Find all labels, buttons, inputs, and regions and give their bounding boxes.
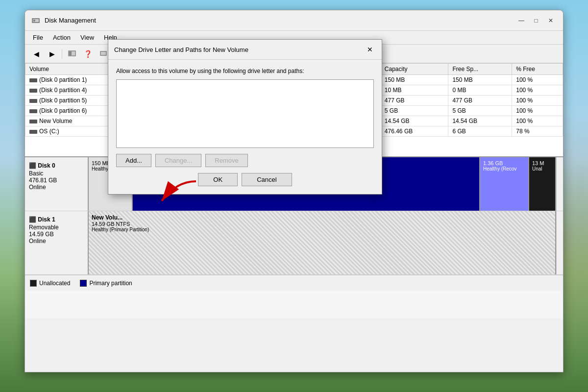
disk-icon-inline	[29, 130, 37, 134]
modal-body: Allow access to this volume by using the…	[108, 60, 382, 194]
svg-rect-2	[33, 20, 35, 22]
disk0-title: ⬛ Disk 0	[29, 162, 84, 169]
modal-ok-button[interactable]: OK	[198, 173, 238, 186]
disk0-unalloc-label: Unal	[532, 166, 552, 172]
modal-action-buttons: Add... Change... Remove	[116, 154, 374, 167]
toolbar-help[interactable]: ❓	[80, 47, 95, 61]
toolbar-disk-props[interactable]	[65, 47, 79, 61]
menu-view[interactable]: View	[76, 33, 98, 42]
col-freespace: Free Sp...	[448, 64, 512, 75]
modal-cancel-button[interactable]: Cancel	[242, 173, 292, 186]
table-cell-5: 10 MB	[380, 85, 448, 96]
title-bar: Disk Management — □ ✕	[25, 10, 563, 31]
legend-primary-label: Primary partition	[89, 280, 132, 287]
table-cell-6: 477 GB	[448, 96, 512, 106]
modal-description: Allow access to this volume by using the…	[116, 68, 374, 74]
disk1-newvol-label: New Volu...	[92, 214, 552, 221]
svg-rect-5	[69, 51, 72, 55]
table-cell-6: 5 GB	[448, 106, 512, 116]
col-capacity: Capacity	[380, 64, 448, 75]
table-cell-5: 5 GB	[380, 106, 448, 116]
toolbar-forward[interactable]: ▶	[45, 47, 59, 61]
minimize-button[interactable]: —	[515, 14, 528, 27]
table-cell-7: 100 %	[512, 75, 563, 85]
modal-confirm-buttons: OK Cancel	[116, 173, 374, 186]
close-button[interactable]: ✕	[544, 14, 557, 27]
disk0-unallocated[interactable]: 13 M Unal	[529, 157, 556, 211]
disk1-type: Removable	[29, 224, 84, 231]
menu-action[interactable]: Action	[49, 33, 74, 42]
disk0-size: 476.81 GB	[29, 177, 84, 184]
table-cell-5: 477 GB	[380, 96, 448, 106]
modal-drive-listbox[interactable]	[116, 79, 374, 148]
disk1-newvol-status: Healthy (Primary Partition)	[92, 227, 552, 232]
table-cell-6: 150 MB	[448, 75, 512, 85]
legend-bar: Unallocated Primary partition	[25, 275, 563, 291]
disk-icon-inline	[29, 78, 37, 82]
modal-title: Change Drive Letter and Paths for New Vo…	[114, 46, 248, 53]
toolbar-back[interactable]: ◀	[29, 47, 44, 61]
disk1-label: ⬛ Disk 1 Removable 14.59 GB Online	[25, 211, 89, 274]
modal-remove-button[interactable]: Remove	[205, 154, 247, 167]
table-cell-6: 6 GB	[448, 126, 512, 137]
disk-icon-inline	[29, 99, 37, 103]
table-cell-5: 14.54 GB	[380, 116, 448, 126]
disk1-status: Online	[29, 238, 84, 245]
window-title: Disk Management	[45, 17, 96, 24]
modal-add-button[interactable]: Add...	[116, 154, 151, 167]
disk1-newvol-partition[interactable]: New Volu... 14.59 GB NTFS Healthy (Prima…	[89, 211, 556, 274]
col-pctfree: % Free	[512, 64, 563, 75]
menu-file[interactable]: File	[29, 33, 47, 42]
maximize-button[interactable]: □	[530, 14, 542, 27]
legend-unallocated: Unallocated	[30, 280, 70, 287]
legend-unallocated-label: Unallocated	[39, 280, 70, 287]
table-cell-7: 100 %	[512, 96, 563, 106]
svg-rect-7	[101, 52, 106, 55]
disk0-icon: ⬛	[29, 162, 36, 169]
disk1-partitions: New Volu... 14.59 GB NTFS Healthy (Prima…	[89, 211, 556, 274]
disk-icon-inline	[29, 120, 37, 123]
table-cell-5: 150 MB	[380, 75, 448, 85]
change-drive-letter-dialog[interactable]: Change Drive Letter and Paths for New Vo…	[108, 39, 382, 195]
disk0-unalloc-size: 13 M	[532, 160, 552, 166]
modal-change-button[interactable]: Change...	[155, 154, 201, 167]
disk1-newvol-size: 14.59 GB NTFS	[92, 221, 552, 227]
table-cell-7: 100 %	[512, 85, 563, 96]
disk1-title: ⬛ Disk 1	[29, 216, 84, 223]
disk1-icon: ⬛	[29, 216, 36, 223]
disk0-status: Online	[29, 184, 84, 191]
legend-primary-box	[80, 280, 87, 287]
app-icon	[31, 16, 41, 25]
disk0-recovery-status: Healthy (Recov	[483, 166, 525, 172]
disk0-recovery-size: 1.36 GB	[483, 160, 525, 166]
disk-icon-inline	[29, 89, 37, 93]
toolbar-sep-1	[62, 49, 62, 59]
disk0-label: ⬛ Disk 0 Basic 476.81 GB Online	[25, 157, 89, 211]
title-bar-left: Disk Management	[31, 16, 96, 25]
window-controls: — □ ✕	[515, 14, 557, 27]
legend-primary: Primary partition	[80, 280, 132, 287]
modal-close-button[interactable]: ✕	[364, 44, 376, 55]
modal-title-bar: Change Drive Letter and Paths for New Vo…	[108, 40, 382, 60]
legend-unallocated-box	[30, 280, 37, 287]
table-cell-7: 78 %	[512, 126, 563, 137]
disk1-row: ⬛ Disk 1 Removable 14.59 GB Online New V…	[25, 211, 563, 275]
disk1-scrollbar[interactable]	[556, 211, 563, 274]
table-cell-6: 0 MB	[448, 85, 512, 96]
table-cell-7: 100 %	[512, 106, 563, 116]
table-cell-5: 476.46 GB	[380, 126, 448, 137]
table-cell-7: 100 %	[512, 116, 563, 126]
table-cell-6: 14.54 GB	[448, 116, 512, 126]
disk0-recovery-partition[interactable]: 1.36 GB Healthy (Recov	[480, 157, 529, 211]
disk0-type: Basic	[29, 170, 84, 177]
disk-icon-inline	[29, 109, 37, 113]
disk1-size: 14.59 GB	[29, 231, 84, 238]
disk0-scrollbar[interactable]	[556, 157, 563, 211]
